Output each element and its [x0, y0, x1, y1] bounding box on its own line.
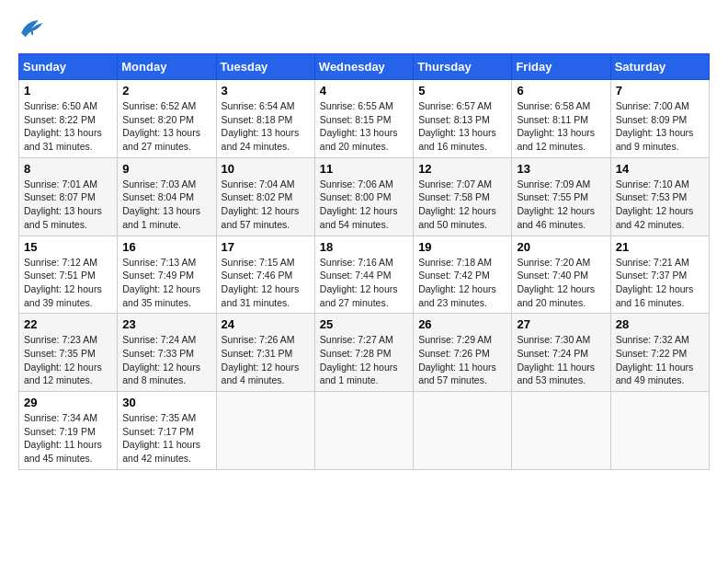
weekday-header-row: SundayMondayTuesdayWednesdayThursdayFrid…	[19, 54, 710, 80]
day-number: 10	[222, 162, 310, 176]
calendar-day-cell	[216, 392, 314, 470]
calendar-day-cell: 22Sunrise: 7:23 AM Sunset: 7:35 PM Dayli…	[19, 314, 118, 392]
calendar-day-cell: 6Sunrise: 6:58 AM Sunset: 8:11 PM Daylig…	[512, 80, 610, 158]
calendar-day-cell: 15Sunrise: 7:12 AM Sunset: 7:51 PM Dayli…	[19, 236, 118, 314]
calendar-day-cell: 19Sunrise: 7:18 AM Sunset: 7:42 PM Dayli…	[414, 236, 512, 314]
calendar-day-cell: 8Sunrise: 7:01 AM Sunset: 8:07 PM Daylig…	[19, 157, 118, 236]
calendar-day-cell: 27Sunrise: 7:30 AM Sunset: 7:24 PM Dayli…	[512, 314, 610, 392]
day-info: Sunrise: 7:30 AM Sunset: 7:24 PM Dayligh…	[517, 333, 605, 387]
calendar-day-cell: 16Sunrise: 7:13 AM Sunset: 7:49 PM Dayli…	[118, 236, 216, 314]
calendar-day-cell: 9Sunrise: 7:03 AM Sunset: 8:04 PM Daylig…	[118, 157, 216, 236]
day-info: Sunrise: 7:09 AM Sunset: 7:55 PM Dayligh…	[517, 178, 605, 232]
day-info: Sunrise: 7:04 AM Sunset: 8:02 PM Dayligh…	[222, 178, 310, 232]
day-number: 19	[418, 240, 506, 254]
day-info: Sunrise: 7:15 AM Sunset: 7:46 PM Dayligh…	[222, 256, 310, 310]
day-info: Sunrise: 6:55 AM Sunset: 8:15 PM Dayligh…	[320, 99, 408, 154]
day-info: Sunrise: 7:32 AM Sunset: 7:22 PM Dayligh…	[616, 333, 704, 387]
weekday-header-cell: Friday	[512, 54, 610, 80]
day-number: 14	[616, 162, 704, 176]
day-info: Sunrise: 7:26 AM Sunset: 7:31 PM Dayligh…	[222, 333, 310, 387]
day-number: 26	[418, 317, 506, 331]
calendar-day-cell: 5Sunrise: 6:57 AM Sunset: 8:13 PM Daylig…	[414, 80, 512, 158]
day-info: Sunrise: 7:18 AM Sunset: 7:42 PM Dayligh…	[418, 256, 506, 310]
day-info: Sunrise: 7:20 AM Sunset: 7:40 PM Dayligh…	[517, 256, 605, 310]
day-number: 5	[418, 84, 506, 98]
calendar-week-row: 22Sunrise: 7:23 AM Sunset: 7:35 PM Dayli…	[19, 314, 710, 392]
day-number: 4	[320, 84, 408, 98]
calendar-day-cell	[512, 392, 610, 470]
day-number: 16	[122, 240, 210, 254]
day-number: 3	[222, 84, 310, 98]
calendar-day-cell: 30Sunrise: 7:35 AM Sunset: 7:17 PM Dayli…	[118, 392, 216, 470]
calendar-day-cell: 25Sunrise: 7:27 AM Sunset: 7:28 PM Dayli…	[314, 314, 413, 392]
weekday-header-cell: Saturday	[610, 54, 709, 80]
day-number: 6	[517, 84, 605, 98]
day-number: 29	[24, 396, 112, 409]
calendar-day-cell: 10Sunrise: 7:04 AM Sunset: 8:02 PM Dayli…	[216, 157, 314, 236]
day-info: Sunrise: 7:29 AM Sunset: 7:26 PM Dayligh…	[418, 333, 506, 387]
calendar-week-row: 29Sunrise: 7:34 AM Sunset: 7:19 PM Dayli…	[19, 392, 710, 470]
day-info: Sunrise: 7:34 AM Sunset: 7:19 PM Dayligh…	[24, 411, 112, 465]
calendar-body: 1Sunrise: 6:50 AM Sunset: 8:22 PM Daylig…	[19, 80, 710, 470]
day-number: 9	[122, 162, 210, 176]
calendar-day-cell: 7Sunrise: 7:00 AM Sunset: 8:09 PM Daylig…	[610, 80, 709, 158]
day-info: Sunrise: 7:06 AM Sunset: 8:00 PM Dayligh…	[320, 178, 408, 232]
day-number: 18	[320, 240, 408, 254]
calendar-day-cell: 13Sunrise: 7:09 AM Sunset: 7:55 PM Dayli…	[512, 157, 610, 236]
logo-bird-icon	[18, 18, 44, 39]
calendar-week-row: 8Sunrise: 7:01 AM Sunset: 8:07 PM Daylig…	[19, 157, 710, 236]
day-number: 17	[222, 240, 310, 254]
calendar-day-cell	[414, 392, 512, 470]
calendar-day-cell: 28Sunrise: 7:32 AM Sunset: 7:22 PM Dayli…	[610, 314, 709, 392]
day-number: 12	[418, 162, 506, 176]
weekday-header-cell: Sunday	[19, 54, 118, 80]
calendar-day-cell: 3Sunrise: 6:54 AM Sunset: 8:18 PM Daylig…	[216, 80, 314, 158]
calendar-day-cell: 21Sunrise: 7:21 AM Sunset: 7:37 PM Dayli…	[610, 236, 709, 314]
calendar-day-cell: 2Sunrise: 6:52 AM Sunset: 8:20 PM Daylig…	[118, 80, 216, 158]
calendar-day-cell: 29Sunrise: 7:34 AM Sunset: 7:19 PM Dayli…	[19, 392, 118, 470]
calendar-day-cell: 4Sunrise: 6:55 AM Sunset: 8:15 PM Daylig…	[314, 80, 413, 158]
day-info: Sunrise: 6:52 AM Sunset: 8:20 PM Dayligh…	[122, 99, 210, 154]
day-info: Sunrise: 7:35 AM Sunset: 7:17 PM Dayligh…	[122, 411, 210, 465]
day-number: 22	[24, 317, 112, 331]
calendar-day-cell: 26Sunrise: 7:29 AM Sunset: 7:26 PM Dayli…	[414, 314, 512, 392]
day-info: Sunrise: 6:57 AM Sunset: 8:13 PM Dayligh…	[418, 99, 506, 154]
page-header	[18, 18, 710, 39]
day-info: Sunrise: 6:54 AM Sunset: 8:18 PM Dayligh…	[222, 99, 310, 154]
day-number: 2	[122, 84, 210, 98]
day-info: Sunrise: 7:13 AM Sunset: 7:49 PM Dayligh…	[122, 256, 210, 310]
calendar-day-cell	[610, 392, 709, 470]
day-number: 15	[24, 240, 112, 254]
day-info: Sunrise: 6:50 AM Sunset: 8:22 PM Dayligh…	[24, 99, 112, 154]
day-info: Sunrise: 7:23 AM Sunset: 7:35 PM Dayligh…	[24, 333, 112, 387]
calendar-day-cell: 1Sunrise: 6:50 AM Sunset: 8:22 PM Daylig…	[19, 80, 118, 158]
calendar-table: SundayMondayTuesdayWednesdayThursdayFrid…	[18, 53, 710, 470]
day-number: 13	[517, 162, 605, 176]
day-info: Sunrise: 7:16 AM Sunset: 7:44 PM Dayligh…	[320, 256, 408, 310]
calendar-day-cell: 11Sunrise: 7:06 AM Sunset: 8:00 PM Dayli…	[314, 157, 413, 236]
day-number: 8	[24, 162, 112, 176]
logo	[18, 18, 48, 39]
day-number: 7	[616, 84, 704, 98]
calendar-day-cell: 20Sunrise: 7:20 AM Sunset: 7:40 PM Dayli…	[512, 236, 610, 314]
calendar-day-cell	[314, 392, 413, 470]
day-info: Sunrise: 7:21 AM Sunset: 7:37 PM Dayligh…	[616, 256, 704, 310]
day-info: Sunrise: 7:07 AM Sunset: 7:58 PM Dayligh…	[418, 178, 506, 232]
calendar-day-cell: 17Sunrise: 7:15 AM Sunset: 7:46 PM Dayli…	[216, 236, 314, 314]
day-number: 27	[517, 317, 605, 331]
calendar-day-cell: 14Sunrise: 7:10 AM Sunset: 7:53 PM Dayli…	[610, 157, 709, 236]
day-number: 21	[616, 240, 704, 254]
day-info: Sunrise: 7:27 AM Sunset: 7:28 PM Dayligh…	[320, 333, 408, 387]
day-info: Sunrise: 7:24 AM Sunset: 7:33 PM Dayligh…	[122, 333, 210, 387]
day-number: 1	[24, 84, 112, 98]
day-info: Sunrise: 7:01 AM Sunset: 8:07 PM Dayligh…	[24, 178, 112, 232]
day-number: 25	[320, 317, 408, 331]
day-info: Sunrise: 7:03 AM Sunset: 8:04 PM Dayligh…	[122, 178, 210, 232]
day-number: 20	[517, 240, 605, 254]
day-info: Sunrise: 7:10 AM Sunset: 7:53 PM Dayligh…	[616, 178, 704, 232]
weekday-header-cell: Thursday	[414, 54, 512, 80]
calendar-day-cell: 12Sunrise: 7:07 AM Sunset: 7:58 PM Dayli…	[414, 157, 512, 236]
day-number: 30	[122, 396, 210, 409]
day-info: Sunrise: 7:12 AM Sunset: 7:51 PM Dayligh…	[24, 256, 112, 310]
day-info: Sunrise: 7:00 AM Sunset: 8:09 PM Dayligh…	[616, 99, 704, 154]
